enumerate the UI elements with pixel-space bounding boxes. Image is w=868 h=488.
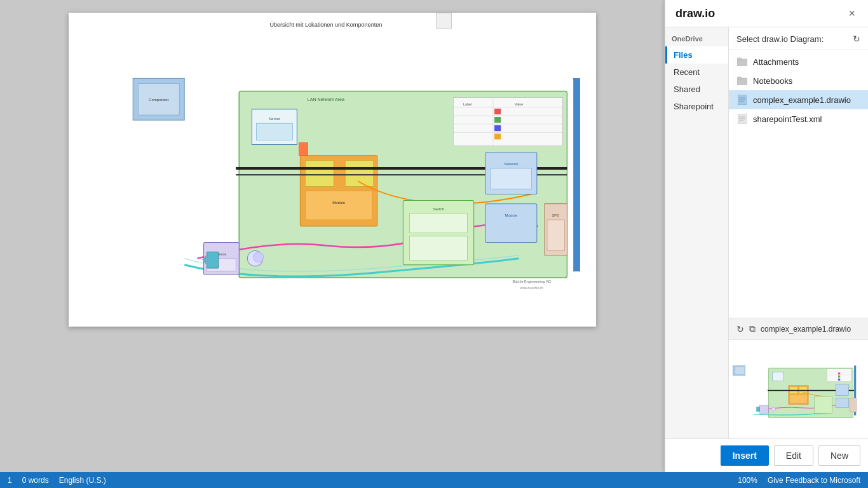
svg-rect-88 (850, 398, 856, 412)
svg-text:Module: Module (505, 214, 518, 217)
svg-text:Switch: Switch (433, 207, 444, 211)
svg-rect-78 (838, 376, 840, 377)
file-label: complex_example1.drawio (753, 95, 851, 105)
svg-text:Server: Server (269, 117, 280, 121)
svg-rect-8 (305, 161, 334, 186)
svg-text:Büchle Engineeering AG: Büchle Engineeering AG (513, 280, 551, 283)
svg-text:Label: Label (463, 102, 472, 106)
preview-stack-icon: ⧉ (749, 323, 756, 334)
insert-button[interactable]: Insert (721, 445, 769, 466)
svg-rect-53 (737, 58, 742, 60)
file-icon (736, 94, 748, 105)
refresh-icon[interactable]: ↻ (853, 34, 860, 44)
diagram-svg: Übersicht mit Lokationen und Komponenten… (69, 13, 596, 324)
panel-body: OneDrive Files Recent Shared Sharepoint … (665, 27, 868, 438)
svg-rect-25 (494, 125, 501, 131)
feedback-link[interactable]: Give Feedback to Microsoft (768, 476, 860, 485)
svg-rect-77 (838, 372, 840, 374)
preview-thumbnail (729, 340, 868, 438)
svg-rect-44 (207, 252, 219, 268)
svg-rect-14 (257, 123, 293, 140)
svg-rect-36 (491, 168, 532, 189)
svg-text:Network: Network (504, 162, 519, 166)
svg-point-43 (254, 252, 264, 262)
svg-point-84 (771, 407, 775, 411)
status-bar: 1 0 words English (U.S.) 100% Give Feedb… (0, 472, 868, 488)
zoom-level: 100% (738, 476, 757, 485)
panel-title: draw.io (675, 7, 715, 20)
preview-refresh-icon[interactable]: ↻ (736, 324, 744, 334)
svg-rect-27 (574, 78, 580, 271)
folder-icon (736, 56, 748, 67)
svg-rect-26 (494, 133, 501, 139)
panel-content: Select draw.io Diagram: ↻ Attachments (729, 27, 868, 438)
file-icon (736, 113, 748, 125)
preview-section: ↻ ⧉ complex_example1.drawio (729, 318, 868, 438)
svg-rect-23 (494, 109, 501, 114)
svg-rect-32 (409, 214, 467, 233)
svg-rect-72 (773, 372, 783, 381)
svg-rect-24 (494, 117, 501, 123)
svg-rect-79 (838, 379, 840, 381)
word-count: 0 words (22, 476, 49, 485)
sidebar-item-shared[interactable]: Shared (665, 81, 728, 98)
svg-rect-71 (790, 395, 807, 403)
new-button[interactable]: New (818, 445, 860, 466)
drawio-panel: draw.io × OneDrive Files Recent Shared S… (665, 0, 868, 472)
svg-text:Module: Module (332, 201, 346, 205)
svg-text:www.buechle.ch: www.buechle.ch (520, 286, 544, 290)
close-button[interactable]: × (846, 6, 858, 20)
sidebar-item-files[interactable]: Files (665, 46, 728, 64)
svg-rect-37 (485, 204, 537, 243)
document-page: Übersicht mit Lokationen und Komponenten… (69, 13, 596, 327)
svg-text:LAN Network Area: LAN Network Area (308, 97, 344, 102)
list-item[interactable]: Attachments (729, 52, 868, 71)
svg-text:SPS: SPS (552, 214, 559, 217)
svg-rect-83 (759, 405, 768, 414)
scroll-indicator (436, 13, 452, 29)
svg-rect-87 (836, 398, 848, 408)
preview-header: ↻ ⧉ complex_example1.drawio (729, 318, 868, 340)
panel-header: draw.io × (665, 0, 868, 27)
panel-nav: OneDrive Files Recent Shared Sharepoint (665, 27, 729, 438)
page-number: 1 (8, 476, 12, 485)
select-label-row: Select draw.io Diagram: ↻ (729, 27, 868, 50)
document-area: Übersicht mit Lokationen und Komponenten… (0, 0, 665, 472)
status-right: 100% Give Feedback to Microsoft (738, 476, 860, 485)
file-list: Attachments Notebooks (729, 50, 868, 318)
language: English (U.S.) (59, 476, 106, 485)
status-left: 1 0 words English (U.S.) (8, 476, 106, 485)
list-item[interactable]: Notebooks (729, 71, 868, 90)
file-label: Notebooks (753, 76, 792, 86)
select-label: Select draw.io Diagram: (736, 34, 824, 44)
svg-rect-50 (547, 220, 564, 251)
file-label: sharepointTest.xml (753, 114, 822, 124)
svg-text:Component: Component (149, 98, 169, 102)
sidebar-item-sharepoint[interactable]: Sharepoint (665, 98, 728, 115)
nav-section-label: OneDrive (665, 32, 728, 46)
sidebar-item-recent[interactable]: Recent (665, 64, 728, 81)
svg-rect-55 (737, 77, 742, 79)
svg-rect-51 (299, 143, 308, 156)
svg-rect-66 (735, 367, 744, 374)
edit-button[interactable]: Edit (774, 445, 813, 466)
svg-rect-82 (815, 396, 832, 414)
list-item[interactable]: complex_example1.drawio (729, 90, 868, 109)
svg-rect-85 (757, 407, 760, 411)
panel-footer: Insert Edit New (665, 438, 868, 472)
list-item[interactable]: sharepointTest.xml (729, 109, 868, 128)
svg-text:Value: Value (515, 102, 524, 106)
preview-filename: complex_example1.drawio (761, 325, 860, 334)
folder-icon (736, 75, 748, 86)
svg-rect-10 (305, 191, 372, 220)
svg-text:Übersicht mit Lokationen und K: Übersicht mit Lokationen und Komponenten (269, 22, 382, 28)
file-label: Attachments (753, 57, 799, 67)
svg-rect-33 (409, 236, 467, 260)
svg-rect-86 (836, 384, 848, 395)
